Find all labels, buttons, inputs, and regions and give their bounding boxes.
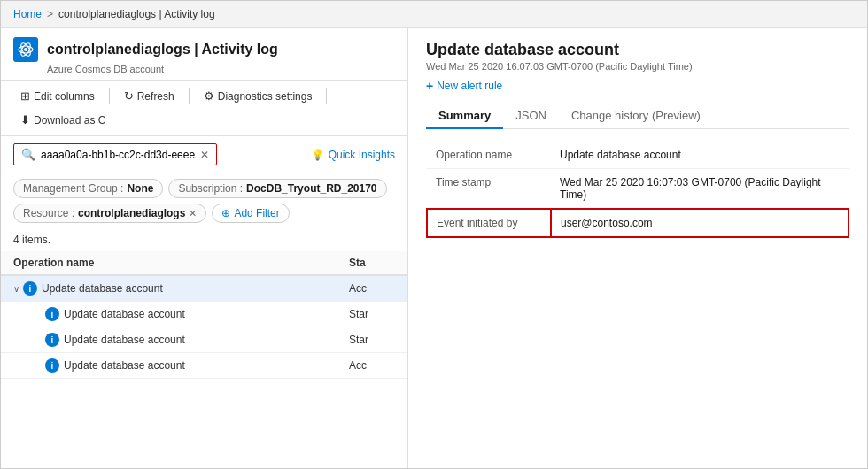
download-button[interactable]: ⬇ Download as C <box>13 110 112 130</box>
remove-resource-filter-button[interactable]: ✕ <box>189 208 197 219</box>
table-row[interactable]: iUpdate database accountStar <box>1 327 407 353</box>
col-operation-name[interactable]: Operation name <box>1 251 337 275</box>
toolbar: ⊞ Edit columns ↻ Refresh ⚙ Diagnostics s… <box>1 81 407 136</box>
filter-subscription: Subscription : DocDB_Tryout_RD_20170 <box>168 179 386 198</box>
activity-log-table: Operation name Sta ∨iUpdate database acc… <box>1 251 407 469</box>
table-row[interactable]: iUpdate database accountAcc <box>1 353 407 379</box>
detail-row: Time stampWed Mar 25 2020 16:07:03 GMT-0… <box>427 169 849 210</box>
detail-title: Update database account <box>426 41 849 59</box>
tab-json[interactable]: JSON <box>503 104 559 129</box>
filter-key-mgmt: Management Group : <box>23 182 123 195</box>
filters-row: Management Group : None Subscription : D… <box>1 173 407 228</box>
refresh-button[interactable]: ↻ Refresh <box>117 86 182 106</box>
filter-key-res: Resource : <box>23 207 74 219</box>
cosmos-db-icon <box>13 37 38 62</box>
detail-value: Wed Mar 25 2020 16:07:03 GMT-0700 (Pacif… <box>551 169 849 210</box>
lightbulb-icon: 💡 <box>311 149 324 161</box>
breadcrumb: Home > controlplanediaglogs | Activity l… <box>1 1 867 28</box>
table-row[interactable]: ∨iUpdate database accountAcc <box>1 275 407 302</box>
page-title: controlplanediaglogs | Activity log <box>47 42 278 58</box>
toolbar-divider-2 <box>189 88 190 104</box>
columns-icon: ⊞ <box>20 89 30 103</box>
detail-label: Time stamp <box>427 169 551 210</box>
diagnostics-button[interactable]: ⚙ Diagnostics settings <box>197 86 320 106</box>
detail-value: user@contoso.com <box>551 209 849 237</box>
quick-insights-button[interactable]: 💡 Quick Insights <box>311 149 395 161</box>
filter-val-mgmt: None <box>127 182 153 195</box>
breadcrumb-current: controlplanediaglogs | Activity log <box>58 8 215 20</box>
breadcrumb-separator: > <box>47 8 53 20</box>
search-wrapper: 🔍 ✕ <box>13 143 217 165</box>
search-icon: 🔍 <box>21 148 35 161</box>
add-filter-button[interactable]: ⊕ Add Filter <box>212 204 289 223</box>
summary-details-table: Operation nameUpdate database accountTim… <box>426 142 849 238</box>
svg-point-3 <box>24 48 27 51</box>
page-subtitle: Azure Cosmos DB account <box>47 64 395 74</box>
left-panel: controlplanediaglogs | Activity log Azur… <box>1 28 408 469</box>
detail-row: Event initiated byuser@contoso.com <box>427 209 849 237</box>
search-clear-button[interactable]: ✕ <box>200 149 209 161</box>
detail-label: Event initiated by <box>427 209 551 237</box>
detail-row: Operation nameUpdate database account <box>427 142 849 169</box>
table-row[interactable]: iUpdate database accountStar <box>1 302 407 327</box>
new-alert-rule-button[interactable]: + New alert rule <box>426 79 849 93</box>
filter-val-res: controlplanediaglogs <box>78 207 185 219</box>
diagnostics-icon: ⚙ <box>204 89 214 103</box>
items-count: 4 items. <box>1 228 407 251</box>
detail-tabs: Summary JSON Change history (Preview) <box>426 104 849 129</box>
tab-summary[interactable]: Summary <box>426 104 503 129</box>
download-icon: ⬇ <box>20 113 30 127</box>
breadcrumb-home[interactable]: Home <box>13 8 42 20</box>
plus-icon: + <box>426 79 433 93</box>
toolbar-divider-1 <box>109 88 110 104</box>
col-status[interactable]: Sta <box>337 251 407 275</box>
edit-columns-button[interactable]: ⊞ Edit columns <box>13 86 102 106</box>
filter-key-sub: Subscription : <box>178 182 243 195</box>
toolbar-divider-3 <box>326 88 327 104</box>
detail-subtitle: Wed Mar 25 2020 16:07:03 GMT-0700 (Pacif… <box>426 61 849 72</box>
tab-change-history[interactable]: Change history (Preview) <box>559 104 713 129</box>
filter-management-group: Management Group : None <box>13 179 163 198</box>
detail-label: Operation name <box>427 142 551 169</box>
right-panel: Update database account Wed Mar 25 2020 … <box>408 28 867 469</box>
search-area: 🔍 ✕ 💡 Quick Insights <box>1 136 407 173</box>
left-header: controlplanediaglogs | Activity log Azur… <box>1 28 407 81</box>
detail-value: Update database account <box>551 142 849 169</box>
refresh-icon: ↻ <box>124 89 134 103</box>
filter-resource: Resource : controlplanediaglogs ✕ <box>13 204 206 223</box>
add-filter-icon: ⊕ <box>221 207 230 219</box>
filter-val-sub: DocDB_Tryout_RD_20170 <box>246 182 376 195</box>
search-input[interactable] <box>41 149 195 161</box>
